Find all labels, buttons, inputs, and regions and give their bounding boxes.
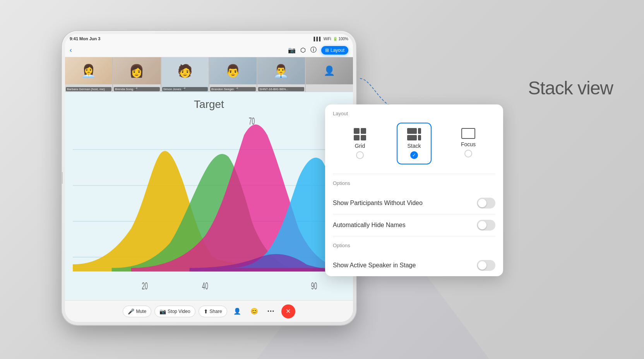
options-section-header: Options — [325, 174, 503, 186]
layout-section: Layout Grid — [325, 104, 503, 174]
svg-text:20: 20 — [142, 280, 148, 292]
stack-label: Stack — [407, 143, 421, 149]
bluetooth-icon: ⬡ — [300, 46, 306, 54]
option-row-hide-names: Automatically Hide Names — [325, 214, 503, 236]
stack-radio[interactable]: ✓ — [410, 151, 418, 159]
participants-button[interactable]: 👤 — [230, 304, 244, 318]
svg-text:70: 70 — [249, 115, 255, 127]
focus-label: Focus — [461, 141, 476, 147]
options-section-1: Options Show Participants Without Video … — [325, 174, 503, 236]
layout-section-title: Layout — [333, 111, 495, 116]
participant-thumb-barbara[interactable]: 👩‍💼 Barbara German (host, me) — [65, 57, 113, 92]
info-icon: ⓘ — [310, 46, 317, 54]
end-call-button[interactable]: ✕ — [281, 304, 295, 318]
layout-option-grid[interactable]: Grid — [343, 123, 377, 164]
options-section-2: Options Show Active Speaker in Stage — [325, 236, 503, 276]
options-title-2: Options — [333, 243, 495, 248]
back-button[interactable]: ‹ — [70, 46, 72, 54]
mute-label: Mute — [136, 309, 146, 314]
share-label: Share — [210, 309, 222, 314]
chart-area: 20 40 70 90 — [65, 114, 353, 300]
toggle-hide-names[interactable] — [477, 220, 495, 231]
share-icon: ⬆ — [204, 308, 208, 315]
participant-thumb-shn[interactable]: 👨‍💼 SHN7-16-BIG BEN... — [257, 57, 305, 92]
toolbar: 🎤 Mute 📷 Stop Video ⬆ Share 👤 😊 ••• ✕ — [65, 300, 353, 322]
signal-icon: ▌▌▌ — [313, 37, 322, 41]
ipad-device: 9:41 Mon Jun 3 ▌▌▌ WiFi 🔋 100% ‹ 📷 ⬡ ⓘ ⊞… — [62, 31, 356, 325]
stop-video-label: Stop Video — [168, 309, 190, 314]
grid-cell-1 — [354, 128, 360, 134]
ipad-screen: 9:41 Mon Jun 3 ▌▌▌ WiFi 🔋 100% ‹ 📷 ⬡ ⓘ ⊞… — [65, 34, 353, 322]
stack-cell-wide-bottom — [407, 135, 417, 141]
stack-icon — [407, 128, 421, 140]
option-label-hide-names: Automatically Hide Names — [333, 222, 406, 229]
layout-option-focus[interactable]: Focus — [451, 123, 486, 164]
participant-thumb-simon[interactable]: 🧑 Simon Jones 🎤 — [161, 57, 209, 92]
end-call-icon: ✕ — [286, 308, 291, 315]
nav-bar: ‹ 📷 ⬡ ⓘ ⊞ Layout — [65, 43, 353, 57]
grid-radio[interactable] — [356, 151, 364, 159]
options-section-2-header: Options — [325, 236, 503, 248]
participant-name-barbara: Barbara German (host, me) — [66, 87, 111, 91]
participant-thumb-brenda[interactable]: 👩 Brenda Song 🎤 — [113, 57, 161, 92]
wifi-icon: WiFi — [324, 37, 331, 41]
emoji-button[interactable]: 😊 — [247, 304, 261, 318]
main-content: Target — [65, 92, 353, 300]
stack-cell-narrow-bottom — [418, 135, 421, 141]
participants-strip: 👩‍💼 Barbara German (host, me) 👩 Brenda S… — [65, 57, 353, 92]
toggle-participants[interactable] — [477, 198, 495, 209]
layout-button[interactable]: ⊞ Layout — [321, 46, 348, 55]
status-bar: 9:41 Mon Jun 3 ▌▌▌ WiFi 🔋 100% — [65, 34, 353, 43]
option-label-active-speaker: Show Active Speaker in Stage — [333, 262, 416, 269]
participant-name-brenda: Brenda Song 🎤 — [114, 87, 159, 91]
participant-name-shn: SHN7-16-BIG BEN... — [258, 87, 304, 91]
svg-text:90: 90 — [311, 280, 317, 292]
grid-cell-4 — [361, 135, 367, 141]
grid-cell-3 — [354, 135, 360, 141]
layout-option-stack[interactable]: Stack ✓ — [397, 123, 432, 164]
camera-icon: 📷 — [288, 46, 296, 54]
focus-icon — [461, 128, 475, 139]
page-title: Stack view — [528, 77, 613, 99]
status-time: 9:41 Mon Jun 3 — [70, 36, 100, 41]
ipad-side-button — [62, 172, 63, 184]
share-button[interactable]: ⬆ Share — [199, 306, 227, 317]
layout-btn-label: Layout — [331, 48, 344, 53]
stack-cell-wide-top — [407, 128, 417, 134]
svg-text:40: 40 — [202, 280, 208, 292]
focus-radio[interactable] — [464, 150, 472, 157]
more-icon: ••• — [267, 309, 275, 314]
stop-video-button[interactable]: 📷 Stop Video — [154, 306, 195, 317]
participant-name-brandon: Brandon Seeger 🎤 — [210, 87, 256, 91]
participants-icon: 👤 — [233, 308, 241, 315]
participant-thumb-extra[interactable]: 👤 — [306, 57, 353, 92]
layout-panel: Layout Grid — [325, 104, 503, 276]
stack-row-top — [407, 128, 421, 134]
options-title-1: Options — [333, 180, 495, 186]
status-icons: ▌▌▌ WiFi 🔋 100% — [313, 37, 348, 41]
grid-label: Grid — [355, 143, 365, 149]
more-button[interactable]: ••• — [264, 304, 278, 318]
option-row-participants: Show Participants Without Video — [325, 192, 503, 214]
grid-icon — [354, 128, 366, 140]
chart-title: Target — [65, 92, 353, 114]
participant-thumb-brandon[interactable]: 👨 Brandon Seeger 🎤 — [209, 57, 257, 92]
participant-name-simon: Simon Jones 🎤 — [162, 87, 208, 91]
layout-options: Grid Stack ✓ — [333, 123, 495, 164]
emoji-icon: 😊 — [250, 308, 258, 315]
nav-icons: 📷 ⬡ ⓘ ⊞ Layout — [288, 46, 348, 55]
option-label-participants: Show Participants Without Video — [333, 200, 423, 207]
toggle-active-speaker[interactable] — [477, 260, 495, 271]
layout-btn-icon: ⊞ — [325, 48, 329, 53]
stack-row-bottom — [407, 135, 421, 141]
grid-cell-2 — [361, 128, 367, 134]
chart-svg: 20 40 70 90 — [73, 114, 345, 300]
stop-video-icon: 📷 — [159, 308, 166, 315]
mute-icon: 🎤 — [128, 308, 134, 315]
mute-button[interactable]: 🎤 Mute — [123, 306, 151, 317]
stack-cell-narrow-top — [418, 128, 421, 134]
battery-icon: 🔋 100% — [333, 37, 348, 41]
option-row-active-speaker: Show Active Speaker in Stage — [325, 255, 503, 276]
